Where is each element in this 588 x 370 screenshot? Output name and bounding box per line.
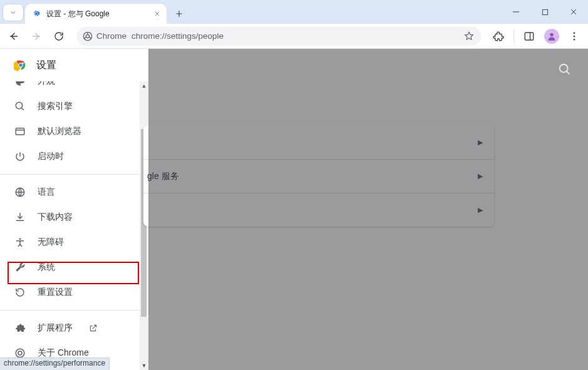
site-chip-label: Chrome: [96, 31, 126, 41]
extension-icon: [493, 31, 504, 42]
settings-search-button[interactable]: [558, 63, 572, 76]
settings-header: 设置: [0, 49, 148, 81]
nav-separator: [0, 310, 148, 311]
power-icon: [14, 150, 26, 163]
sidebar-item-label: 下载内容: [38, 212, 73, 223]
accessibility-icon: [14, 236, 26, 249]
side-panel-icon: [524, 31, 535, 42]
address-bar[interactable]: Chrome chrome://settings/people: [76, 27, 481, 46]
sidebar-item-palette[interactable]: 外观: [0, 81, 148, 94]
svg-rect-1: [542, 9, 547, 14]
window-maximize-button[interactable]: [530, 0, 559, 24]
extensions-button[interactable]: [488, 26, 508, 46]
nav-separator: [0, 174, 148, 175]
chrome-icon: [83, 31, 93, 41]
scroll-up-arrow-icon[interactable]: ▲: [140, 81, 148, 90]
svg-point-6: [574, 32, 575, 34]
external-link-icon: [89, 324, 98, 332]
sidebar-item-label: 外观: [38, 81, 55, 87]
address-bar-url: chrome://settings/people: [132, 31, 224, 41]
svg-rect-13: [16, 128, 24, 135]
sidebar-item-label: 无障碍: [38, 237, 64, 248]
svg-point-12: [16, 102, 23, 109]
palette-icon: [14, 81, 26, 88]
nav-forward-button[interactable]: [26, 26, 46, 46]
site-identity-chip[interactable]: Chrome: [83, 31, 126, 41]
svg-point-5: [550, 33, 553, 36]
maximize-icon: [542, 9, 549, 16]
browser-icon: [14, 125, 26, 138]
sidebar-item-globe[interactable]: 语言: [0, 180, 148, 205]
tab-title: 设置 - 您与 Google: [46, 9, 110, 19]
svg-point-15: [19, 238, 21, 240]
reload-icon: [53, 31, 64, 42]
svg-rect-4: [525, 33, 534, 40]
svg-point-18: [560, 64, 568, 73]
sidebar-item-search[interactable]: 搜索引擎: [0, 94, 148, 119]
sidebar-item-accessibility[interactable]: 无障碍: [0, 230, 148, 255]
status-bar-text: chrome://settings/performance: [4, 359, 105, 367]
sidebar-item-label: 默认浏览器: [38, 126, 81, 137]
svg-point-17: [18, 351, 22, 355]
search-icon: [558, 63, 572, 76]
sidebar-item-browser[interactable]: 默认浏览器: [0, 119, 148, 144]
status-bar: chrome://settings/performance: [0, 357, 110, 370]
window-close-button[interactable]: [559, 0, 588, 24]
settings-main-area: ▶ gle 服务 ▶ ▶: [148, 49, 588, 370]
sidebar-item-power[interactable]: 启动时: [0, 144, 148, 169]
tabs-dropdown-button[interactable]: [3, 4, 24, 21]
settings-sidebar: 设置 外观搜索引擎默认浏览器启动时语言下载内容无障碍系统重置设置扩展程序关于 C…: [0, 49, 148, 370]
svg-point-8: [574, 38, 575, 40]
sidebar-item-label: 重置设置: [38, 287, 73, 298]
globe-icon: [14, 186, 26, 198]
chevron-down-icon: [9, 9, 17, 16]
svg-point-3: [86, 34, 89, 38]
avatar-icon: [544, 29, 559, 44]
bookmark-button[interactable]: [463, 31, 475, 42]
browser-tab[interactable]: 设置 - 您与 Google: [25, 4, 167, 24]
window-minimize-button[interactable]: [502, 0, 530, 24]
star-icon: [463, 31, 475, 42]
toolbar-divider: [513, 29, 514, 43]
arrow-left-icon: [8, 31, 19, 42]
chrome-menu-button[interactable]: [564, 26, 584, 46]
nav-back-button[interactable]: [4, 26, 24, 46]
sidebar-item-label: 扩展程序: [38, 322, 73, 334]
sidebar-item-wrench[interactable]: 系统: [0, 255, 148, 280]
svg-point-16: [16, 349, 24, 357]
arrow-right-icon: [31, 31, 42, 42]
chrome-logo-icon: [14, 58, 28, 72]
extension-icon: [14, 322, 26, 334]
close-icon: [570, 8, 577, 16]
wrench-icon: [14, 261, 26, 274]
svg-point-0: [35, 13, 38, 15]
kebab-icon: [569, 31, 580, 42]
nav-reload-button[interactable]: [49, 26, 69, 46]
new-tab-button[interactable]: [170, 5, 188, 23]
plus-icon: [175, 9, 183, 18]
minimize-icon: [512, 8, 520, 16]
sidebar-item-label: 系统: [38, 262, 55, 273]
sidebar-item-label: 启动时: [38, 151, 64, 162]
download-icon: [14, 211, 26, 224]
side-panel-button[interactable]: [519, 26, 539, 46]
sidebar-item-label: 搜索引擎: [38, 101, 73, 112]
sidebar-item-restore[interactable]: 重置设置: [0, 280, 148, 305]
svg-point-7: [574, 35, 575, 37]
search-icon: [14, 100, 26, 113]
scroll-down-arrow-icon[interactable]: ▼: [140, 361, 148, 370]
modal-backdrop: [148, 49, 588, 370]
sidebar-item-extension[interactable]: 扩展程序: [0, 316, 148, 341]
sidebar-item-label: 语言: [38, 187, 55, 198]
tab-close-button[interactable]: [153, 9, 162, 18]
settings-title: 设置: [36, 59, 56, 72]
restore-icon: [14, 286, 26, 299]
profile-button[interactable]: [542, 26, 562, 46]
sidebar-item-download[interactable]: 下载内容: [0, 205, 148, 230]
close-icon: [154, 11, 160, 17]
settings-gear-icon: [31, 9, 41, 19]
